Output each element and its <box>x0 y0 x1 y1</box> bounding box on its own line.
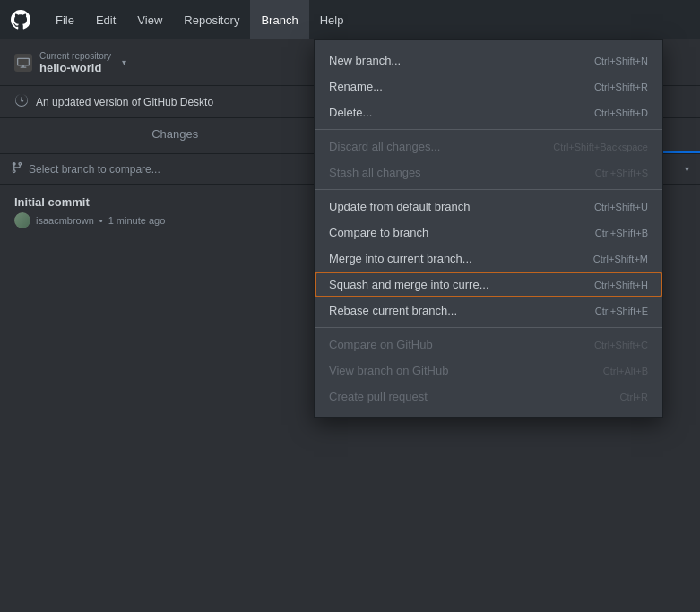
new-branch-item[interactable]: New branch... Ctrl+Shift+N <box>315 47 662 73</box>
new-branch-shortcut: Ctrl+Shift+N <box>594 56 648 66</box>
github-logo-icon <box>11 10 30 30</box>
rebase-current-shortcut: Ctrl+Shift+E <box>595 306 648 316</box>
tab-changes[interactable]: Changes <box>0 118 350 153</box>
branch-icon <box>11 161 23 177</box>
stash-all-label: Stash all changes <box>329 166 421 179</box>
menu-edit[interactable]: Edit <box>85 0 126 39</box>
menu-section-3: Update from default branch Ctrl+Shift+U … <box>315 190 662 328</box>
commit-time: 1 minute ago <box>108 215 166 226</box>
stash-all-shortcut: Ctrl+Shift+S <box>595 168 648 178</box>
menu-section-4: Compare on GitHub Ctrl+Shift+C View bran… <box>315 328 662 413</box>
compare-to-branch-item[interactable]: Compare to branch Ctrl+Shift+B <box>315 220 662 246</box>
stash-all-item: Stash all changes Ctrl+Shift+S <box>315 159 662 185</box>
branch-compare-chevron-icon: ▾ <box>685 164 689 174</box>
delete-label: Delete... <box>329 106 372 119</box>
new-branch-label: New branch... <box>329 54 401 67</box>
rebase-current-label: Rebase current branch... <box>329 304 457 317</box>
merge-into-current-label: Merge into current branch... <box>329 252 472 265</box>
rebase-current-item[interactable]: Rebase current branch... Ctrl+Shift+E <box>315 297 662 323</box>
repo-chevron-icon: ▾ <box>122 57 126 67</box>
discard-all-shortcut: Ctrl+Shift+Backspace <box>553 142 648 152</box>
discard-all-label: Discard all changes... <box>329 140 440 153</box>
title-bar: File Edit View Repository Branch Help <box>0 0 700 39</box>
rename-shortcut: Ctrl+Shift+R <box>594 82 648 92</box>
delete-item[interactable]: Delete... Ctrl+Shift+D <box>315 99 662 125</box>
create-pull-request-shortcut: Ctrl+R <box>620 392 648 402</box>
update-from-default-label: Update from default branch <box>329 200 471 213</box>
merge-into-current-shortcut: Ctrl+Shift+M <box>593 254 648 264</box>
delete-shortcut: Ctrl+Shift+D <box>594 108 648 118</box>
repo-name: hello-world <box>39 61 111 74</box>
commit-separator: • <box>99 215 103 226</box>
avatar <box>14 212 30 228</box>
view-branch-on-github-label: View branch on GitHub <box>329 364 448 377</box>
squash-merge-label: Squash and merge into curre... <box>329 278 489 291</box>
view-branch-on-github-item: View branch on GitHub Ctrl+Alt+B <box>315 358 662 384</box>
update-from-default-shortcut: Ctrl+Shift+U <box>594 202 648 212</box>
update-from-default-item[interactable]: Update from default branch Ctrl+Shift+U <box>315 194 662 220</box>
squash-merge-item[interactable]: Squash and merge into curre... Ctrl+Shif… <box>315 272 662 297</box>
create-pull-request-label: Create pull request <box>329 390 428 403</box>
repo-info: Current repository hello-world <box>39 51 111 74</box>
compare-on-github-item: Compare on GitHub Ctrl+Shift+C <box>315 332 662 358</box>
menu-file[interactable]: File <box>45 0 85 39</box>
view-branch-on-github-shortcut: Ctrl+Alt+B <box>603 366 648 376</box>
repo-label: Current repository <box>39 51 111 61</box>
menu-section-1: New branch... Ctrl+Shift+N Rename... Ctr… <box>315 44 662 130</box>
compare-to-branch-label: Compare to branch <box>329 226 428 239</box>
rename-item[interactable]: Rename... Ctrl+Shift+R <box>315 73 662 99</box>
branch-dropdown-menu: New branch... Ctrl+Shift+N Rename... Ctr… <box>314 39 663 418</box>
menu-section-2: Discard all changes... Ctrl+Shift+Backsp… <box>315 130 662 190</box>
branch-compare-placeholder: Select branch to compare... <box>29 163 160 176</box>
menu-branch[interactable]: Branch <box>250 0 308 39</box>
merge-into-current-item[interactable]: Merge into current branch... Ctrl+Shift+… <box>315 246 662 272</box>
create-pull-request-item: Create pull request Ctrl+R <box>315 384 662 409</box>
monitor-icon <box>14 54 32 72</box>
menu-view[interactable]: View <box>126 0 173 39</box>
compare-on-github-shortcut: Ctrl+Shift+C <box>594 340 648 350</box>
commit-author: isaacmbrown <box>36 215 94 226</box>
update-text: An updated version of GitHub Deskto <box>36 96 213 108</box>
compare-to-branch-shortcut: Ctrl+Shift+B <box>595 228 648 238</box>
compare-on-github-label: Compare on GitHub <box>329 338 433 351</box>
squash-merge-shortcut: Ctrl+Shift+H <box>594 280 648 290</box>
menu-help[interactable]: Help <box>309 0 355 39</box>
menu-repository[interactable]: Repository <box>173 0 250 39</box>
rename-label: Rename... <box>329 80 383 93</box>
discard-all-item: Discard all changes... Ctrl+Shift+Backsp… <box>315 134 662 159</box>
repo-selector[interactable]: Current repository hello-world ▾ <box>14 51 126 74</box>
update-icon <box>14 93 29 110</box>
